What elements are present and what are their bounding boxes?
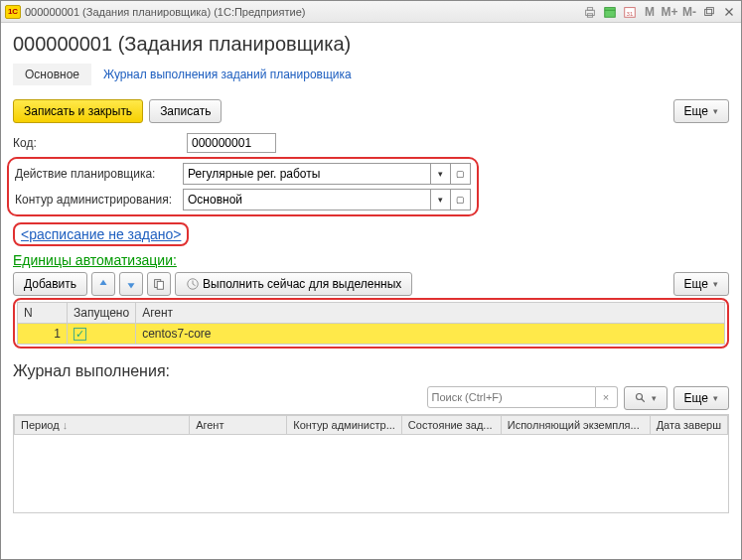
units-table[interactable]: N Запущено Агент 1 ✓ centos7-core bbox=[17, 302, 725, 345]
action-input[interactable] bbox=[183, 163, 431, 185]
copy-icon[interactable] bbox=[147, 272, 171, 296]
print-icon[interactable] bbox=[582, 4, 598, 20]
memory-mplus-button[interactable]: M+ bbox=[662, 4, 677, 20]
svg-rect-3 bbox=[605, 7, 616, 17]
col-n[interactable]: N bbox=[18, 303, 68, 324]
close-icon[interactable] bbox=[721, 4, 737, 20]
run-now-label: Выполнить сейчас для выделенных bbox=[203, 277, 401, 291]
tab-main[interactable]: Основное bbox=[13, 64, 91, 85]
action-open-icon[interactable]: ▢ bbox=[451, 163, 471, 185]
svg-rect-12 bbox=[157, 281, 163, 289]
jcol-end[interactable]: Дата заверш bbox=[650, 416, 727, 435]
jcol-agent[interactable]: Агент bbox=[190, 416, 287, 435]
search-find-button[interactable] bbox=[624, 386, 668, 410]
journal-section-title: Журнал выполнения: bbox=[13, 362, 729, 380]
units-more-button[interactable]: Еще bbox=[673, 272, 729, 296]
save-close-button[interactable]: Записать и закрыть bbox=[13, 99, 143, 123]
contour-input[interactable] bbox=[183, 189, 431, 210]
jcol-contour[interactable]: Контур администр... bbox=[287, 416, 402, 435]
calendar-date-icon[interactable]: 31 bbox=[622, 4, 638, 20]
save-button[interactable]: Записать bbox=[149, 99, 222, 123]
app-logo: 1С bbox=[5, 5, 21, 19]
units-section-title: Единицы автоматизации: bbox=[13, 252, 729, 268]
highlighted-fields-box: Действие планировщика: ▾ ▢ Контур админи… bbox=[7, 157, 479, 216]
add-button[interactable]: Добавить bbox=[13, 272, 87, 296]
schedule-link[interactable]: <расписание не задано> bbox=[13, 222, 189, 246]
jcol-period[interactable]: Период bbox=[15, 416, 190, 435]
more-button[interactable]: Еще bbox=[673, 99, 729, 123]
code-label: Код: bbox=[13, 136, 187, 150]
code-input[interactable] bbox=[187, 133, 276, 153]
search-clear-icon[interactable]: × bbox=[596, 386, 618, 408]
svg-rect-7 bbox=[705, 9, 712, 15]
cell-started[interactable]: ✓ bbox=[68, 324, 136, 345]
contour-dropdown-icon[interactable]: ▾ bbox=[431, 189, 451, 210]
svg-rect-1 bbox=[587, 7, 592, 10]
journal-more-button[interactable]: Еще bbox=[673, 386, 729, 410]
col-started[interactable]: Запущено bbox=[68, 303, 136, 324]
window-title: 000000001 (Задания планировщика) (1С:Пре… bbox=[25, 6, 582, 18]
jcol-executor[interactable]: Исполняющий экземпля... bbox=[501, 416, 650, 435]
contour-open-icon[interactable]: ▢ bbox=[451, 189, 471, 210]
memory-m-button[interactable]: M bbox=[642, 4, 658, 20]
memory-mminus-button[interactable]: M- bbox=[681, 4, 697, 20]
svg-rect-8 bbox=[706, 7, 713, 13]
cell-agent: centos7-core bbox=[136, 324, 725, 345]
search-input[interactable] bbox=[427, 386, 596, 408]
action-dropdown-icon[interactable]: ▾ bbox=[431, 163, 451, 185]
units-grid-highlight: N Запущено Агент 1 ✓ centos7-core bbox=[13, 298, 729, 349]
move-down-icon[interactable] bbox=[119, 272, 143, 296]
svg-point-16 bbox=[636, 394, 642, 400]
cell-n: 1 bbox=[18, 324, 68, 345]
svg-text:31: 31 bbox=[627, 9, 634, 16]
checkbox-checked-icon[interactable]: ✓ bbox=[74, 328, 86, 341]
calendar-green-icon[interactable] bbox=[602, 4, 618, 20]
contour-label: Контур администрирования: bbox=[15, 193, 183, 207]
run-now-button[interactable]: Выполнить сейчас для выделенных bbox=[175, 272, 412, 296]
journal-table[interactable]: Период Агент Контур администр... Состоян… bbox=[13, 414, 729, 513]
col-agent[interactable]: Агент bbox=[136, 303, 725, 324]
svg-line-17 bbox=[641, 399, 644, 402]
window-restore-icon[interactable] bbox=[701, 4, 717, 20]
jcol-state[interactable]: Состояние зад... bbox=[401, 416, 501, 435]
svg-line-15 bbox=[193, 284, 196, 286]
table-row[interactable]: 1 ✓ centos7-core bbox=[18, 324, 725, 345]
tab-journal-link[interactable]: Журнал выполнения заданий планировщика bbox=[91, 64, 364, 85]
move-up-icon[interactable] bbox=[91, 272, 115, 296]
action-label: Действие планировщика: bbox=[15, 167, 183, 181]
page-title: 000000001 (Задания планировщика) bbox=[13, 33, 729, 56]
